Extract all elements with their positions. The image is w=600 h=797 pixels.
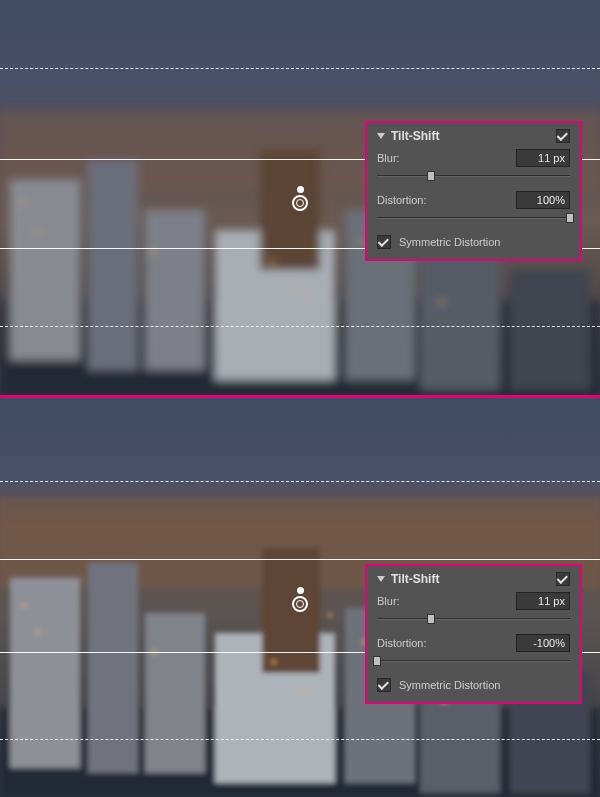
svg-rect-12 xyxy=(35,230,39,234)
svg-rect-4 xyxy=(88,160,138,370)
distortion-value-input[interactable]: -100% xyxy=(516,634,570,652)
svg-rect-22 xyxy=(88,563,138,773)
svg-rect-21 xyxy=(10,578,80,768)
svg-rect-13 xyxy=(150,250,154,254)
svg-rect-30 xyxy=(36,630,40,634)
preview-top: Tilt-Shift Blur: 11 px Distortion: 100% … xyxy=(0,0,600,398)
svg-rect-31 xyxy=(152,650,156,654)
blur-slider[interactable] xyxy=(377,169,570,183)
blur-label: Blur: xyxy=(377,152,400,164)
symmetric-checkbox[interactable] xyxy=(377,678,391,692)
chevron-down-icon[interactable] xyxy=(377,133,385,139)
svg-rect-32 xyxy=(272,660,276,664)
preview-bottom: Tilt-Shift Blur: 11 px Distortion: -100%… xyxy=(0,398,600,797)
blur-value-input[interactable]: 11 px xyxy=(516,149,570,167)
svg-rect-5 xyxy=(145,210,205,370)
svg-rect-29 xyxy=(22,603,26,607)
distortion-slider[interactable] xyxy=(377,654,570,668)
blur-value-input[interactable]: 11 px xyxy=(516,592,570,610)
svg-rect-14 xyxy=(270,260,274,264)
svg-rect-15 xyxy=(300,290,304,294)
distortion-value-input[interactable]: 100% xyxy=(516,191,570,209)
svg-rect-25 xyxy=(262,548,320,673)
svg-rect-10 xyxy=(510,270,590,390)
blur-slider[interactable] xyxy=(377,612,570,626)
svg-rect-7 xyxy=(260,150,320,270)
chevron-down-icon[interactable] xyxy=(377,576,385,582)
panel-title: Tilt-Shift xyxy=(391,572,439,586)
distortion-label: Distortion: xyxy=(377,194,427,206)
svg-rect-17 xyxy=(440,300,444,304)
symmetric-checkbox[interactable] xyxy=(377,235,391,249)
distortion-slider[interactable] xyxy=(377,211,570,225)
svg-rect-36 xyxy=(328,613,332,617)
enable-checkbox[interactable] xyxy=(556,129,570,143)
svg-rect-11 xyxy=(20,200,24,204)
distortion-label: Distortion: xyxy=(377,637,427,649)
svg-rect-3 xyxy=(10,180,80,360)
svg-rect-23 xyxy=(145,613,205,773)
panel-title: Tilt-Shift xyxy=(391,129,439,143)
comparison-stack: Tilt-Shift Blur: 11 px Distortion: 100% … xyxy=(0,0,600,797)
blur-label: Blur: xyxy=(377,595,400,607)
svg-rect-33 xyxy=(302,690,306,694)
symmetric-label: Symmetric Distortion xyxy=(399,236,500,248)
symmetric-label: Symmetric Distortion xyxy=(399,679,500,691)
svg-rect-16 xyxy=(360,240,364,244)
svg-rect-9 xyxy=(420,250,500,390)
tilt-shift-panel: Tilt-Shift Blur: 11 px Distortion: 100% … xyxy=(365,121,582,261)
enable-checkbox[interactable] xyxy=(556,572,570,586)
tilt-shift-panel: Tilt-Shift Blur: 11 px Distortion: -100%… xyxy=(365,564,582,704)
